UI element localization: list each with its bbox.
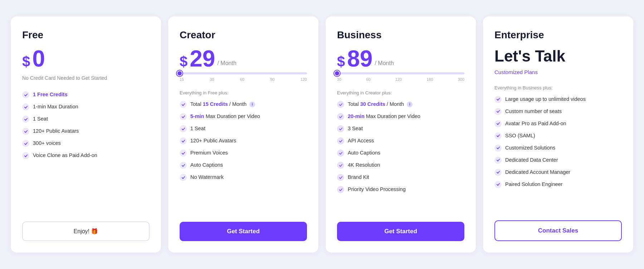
business-price-period: / Month	[375, 60, 394, 67]
check-icon	[180, 137, 187, 145]
free-feature-list: 1 Free Credits 1-min Max Duration 1 Seat…	[22, 91, 150, 188]
creator-feature-7: No Watermark	[180, 173, 307, 181]
creator-title: Creator	[180, 29, 307, 41]
creator-section-label: Everything in Free plus:	[180, 90, 307, 96]
check-icon	[494, 96, 502, 103]
free-feature-4: 120+ Public Avatars	[22, 127, 150, 135]
check-icon	[337, 186, 344, 193]
enterprise-feature-5: Customized Solutions	[494, 144, 622, 152]
check-icon	[337, 125, 344, 132]
check-icon	[494, 120, 502, 127]
enterprise-section-label: Everything in Business plus:	[494, 85, 622, 91]
business-feature-1: Total 30 Credits / Month i	[337, 101, 464, 108]
business-get-started-button[interactable]: Get Started	[337, 222, 464, 241]
free-title: Free	[22, 29, 150, 41]
creator-slider-track[interactable]	[180, 72, 307, 74]
check-icon	[180, 101, 187, 108]
creator-feature-6: Auto Captions	[180, 161, 307, 169]
free-price-note: No Credit Card Needed to Get Started	[22, 75, 150, 81]
check-icon	[494, 169, 502, 176]
business-feature-6: 4K Resolution	[337, 161, 464, 169]
check-icon	[337, 137, 344, 145]
creator-feature-5: Premium Voices	[180, 149, 307, 157]
creator-slider-section: 15 30 60 90 120	[180, 72, 307, 82]
check-icon	[494, 181, 502, 188]
enterprise-title: Enterprise	[494, 29, 622, 41]
check-icon	[22, 103, 29, 111]
credits-info-icon[interactable]: i	[249, 102, 255, 107]
free-price-row: $ 0	[22, 47, 150, 70]
enterprise-feature-2: Custom number of seats	[494, 108, 622, 115]
free-price-number: 0	[32, 47, 45, 70]
check-icon	[180, 150, 187, 157]
business-feature-7: Brand Kit	[337, 173, 464, 181]
check-icon	[337, 174, 344, 181]
creator-feature-2: 5-min Max Duration per Video	[180, 113, 307, 120]
free-price-dollar: $	[22, 53, 30, 70]
enterprise-feature-3: Avatar Pro as Paid Add-on	[494, 120, 622, 127]
creator-card: Creator $ 29 / Month 15 30 60 90 120 Eve…	[168, 16, 318, 253]
free-card: Free $ 0 No Credit Card Needed to Get St…	[11, 16, 161, 253]
business-price-row: $ 89 / Month	[337, 47, 464, 70]
business-slider-track[interactable]	[337, 72, 464, 74]
enterprise-contact-sales-button[interactable]: Contact Sales	[494, 220, 622, 241]
business-feature-8: Priority Video Processing	[337, 186, 464, 193]
creator-price-row: $ 29 / Month	[180, 47, 307, 70]
pricing-container: Free $ 0 No Credit Card Needed to Get St…	[7, 16, 637, 253]
creator-feature-list: Total 15 Credits / Month i 5-min Max Dur…	[180, 101, 307, 212]
enterprise-customized-plans: Customized Plans	[494, 69, 622, 75]
free-feature-6: Voice Clone as Paid Add-on	[22, 152, 150, 159]
check-icon	[22, 91, 29, 98]
creator-slider-labels: 15 30 60 90 120	[180, 77, 307, 82]
creator-feature-1: Total 15 Credits / Month i	[180, 101, 307, 108]
enterprise-card: Enterprise Let's Talk Customized Plans E…	[483, 16, 633, 253]
enterprise-feature-7: Dedicated Account Manager	[494, 168, 622, 176]
creator-slider-thumb[interactable]	[177, 70, 182, 76]
check-icon	[22, 140, 29, 147]
business-feature-3: 3 Seat	[337, 125, 464, 132]
business-slider-labels: 30 60 120 180 300	[337, 77, 464, 82]
check-icon	[22, 116, 29, 123]
business-section-label: Everything in Creator plus:	[337, 90, 464, 96]
enterprise-feature-list: Large usage up to unlimited videos Custo…	[494, 96, 622, 210]
check-icon	[337, 101, 344, 108]
check-icon	[494, 132, 502, 140]
creator-price-number: 29	[190, 47, 215, 70]
check-icon	[180, 113, 187, 120]
enterprise-lets-talk: Let's Talk	[494, 47, 622, 65]
free-feature-1: 1 Free Credits	[22, 91, 150, 98]
check-icon	[22, 128, 29, 135]
creator-price-dollar: $	[180, 53, 187, 70]
business-feature-list: Total 30 Credits / Month i 20-min Max Du…	[337, 101, 464, 212]
enterprise-feature-6: Dedicated Data Center	[494, 156, 622, 164]
creator-feature-3: 1 Seat	[180, 125, 307, 132]
business-feature-5: Auto Captions	[337, 149, 464, 157]
creator-feature-4: 120+ Public Avatars	[180, 137, 307, 145]
check-icon	[337, 162, 344, 169]
business-slider-section: 30 60 120 180 300	[337, 72, 464, 82]
check-icon	[180, 125, 187, 132]
creator-get-started-button[interactable]: Get Started	[180, 222, 307, 241]
business-credits-info-icon[interactable]: i	[407, 102, 413, 107]
check-icon	[494, 145, 502, 152]
business-price-number: 89	[347, 47, 372, 70]
business-card: Business $ 89 / Month 30 60 120 180 300 …	[326, 16, 476, 253]
check-icon	[337, 113, 344, 120]
business-feature-4: API Access	[337, 137, 464, 145]
free-feature-3: 1 Seat	[22, 115, 150, 123]
business-slider-thumb[interactable]	[334, 70, 340, 76]
check-icon	[337, 150, 344, 157]
free-feature-2: 1-min Max Duration	[22, 103, 150, 111]
creator-price-period: / Month	[217, 60, 236, 67]
enterprise-feature-4: SSO (SAML)	[494, 132, 622, 140]
check-icon	[22, 152, 29, 159]
enterprise-feature-8: Paired Solution Engineer	[494, 181, 622, 188]
check-icon	[494, 157, 502, 164]
check-icon	[180, 162, 187, 169]
business-price-dollar: $	[337, 53, 345, 70]
check-icon	[180, 174, 187, 181]
free-enjoy-button[interactable]: Enjoy! 🎁	[22, 221, 150, 241]
enterprise-feature-1: Large usage up to unlimited videos	[494, 96, 622, 103]
business-feature-2: 20-min Max Duration per Video	[337, 113, 464, 120]
business-title: Business	[337, 29, 464, 41]
